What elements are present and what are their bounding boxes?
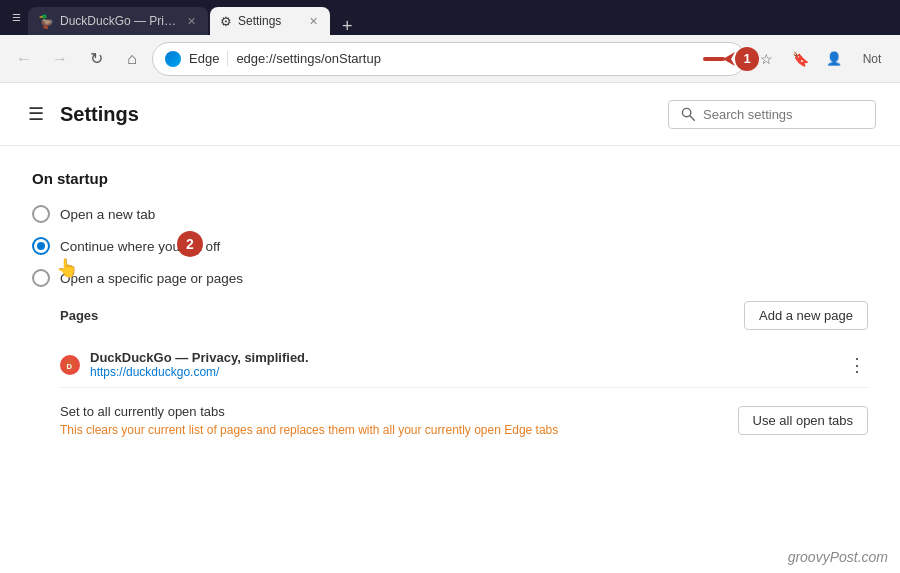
page-info: DuckDuckGo — Privacy, simplified. https:…: [90, 350, 838, 379]
on-startup-heading: On startup: [32, 170, 868, 187]
open-tabs-description: This clears your current list of pages a…: [60, 423, 738, 437]
profile-icon[interactable]: 👤: [818, 43, 850, 75]
title-bar: ☰ 🦆 DuckDuckGo — Privacy, simpli... ✕ ⚙ …: [0, 0, 900, 35]
back-icon: ←: [16, 50, 32, 68]
svg-point-2: [682, 108, 690, 116]
option-continue[interactable]: 👆 Continue where you left off 2: [32, 237, 868, 255]
tab-settings-label: Settings: [238, 14, 281, 28]
close-tab-duckduckgo[interactable]: ✕: [185, 15, 198, 28]
settings-header: ☰ Settings: [0, 83, 900, 146]
refresh-icon: ↻: [90, 49, 103, 68]
forward-icon: →: [52, 50, 68, 68]
page-name: DuckDuckGo — Privacy, simplified.: [90, 350, 838, 365]
navigation-bar: ← → ↻ ⌂ Edge edge://settings/onStartup 1…: [0, 35, 900, 83]
tab-area: 🦆 DuckDuckGo — Privacy, simpli... ✕ ⚙ Se…: [28, 0, 892, 35]
option-open-new-tab[interactable]: Open a new tab: [32, 205, 868, 223]
duckduckgo-favicon-icon: D: [60, 355, 80, 375]
annotation-2-container: 2: [177, 231, 203, 257]
forward-button[interactable]: →: [44, 43, 76, 75]
svg-text:D: D: [67, 361, 73, 370]
settings-title-area: ☰ Settings: [24, 99, 139, 129]
svg-line-3: [690, 116, 694, 120]
tab-settings[interactable]: ⚙ Settings ✕: [210, 7, 330, 35]
refresh-button[interactable]: ↻: [80, 43, 112, 75]
duckduckgo-favicon: 🦆: [38, 14, 54, 29]
close-tab-settings[interactable]: ✕: [307, 15, 320, 28]
page-url[interactable]: https://duckduckgo.com/: [90, 365, 838, 379]
duck-icon: D: [63, 358, 77, 372]
pages-header: Pages Add a new page: [60, 301, 868, 330]
badge-2: 2: [177, 231, 203, 257]
pages-section: Pages Add a new page D DuckDuckGo — Priv…: [32, 301, 868, 437]
option-specific-label: Open a specific page or pages: [60, 271, 243, 286]
settings-page: ☰ Settings On startup Open a new tab: [0, 83, 900, 573]
tab-duckduckgo[interactable]: 🦆 DuckDuckGo — Privacy, simpli... ✕: [28, 7, 208, 35]
annotation-1-container: 1: [703, 47, 759, 71]
settings-tab-icon: ⚙: [220, 14, 232, 29]
radio-continue[interactable]: 👆: [32, 237, 50, 255]
search-settings-box[interactable]: [668, 100, 876, 129]
search-settings-input[interactable]: [703, 107, 863, 122]
sidebar-toggle-btn[interactable]: ☰: [8, 10, 24, 26]
window-controls: ☰: [8, 10, 24, 26]
badge-1: 1: [735, 47, 759, 71]
open-tabs-left: Set to all currently open tabs This clea…: [60, 404, 738, 437]
open-tabs-section: Set to all currently open tabs This clea…: [60, 404, 868, 437]
new-tab-button[interactable]: +: [336, 17, 359, 35]
add-new-page-button[interactable]: Add a new page: [744, 301, 868, 330]
page-item-duckduckgo: D DuckDuckGo — Privacy, simplified. http…: [60, 342, 868, 388]
collections-icon[interactable]: 🔖: [784, 43, 816, 75]
radio-new-tab[interactable]: [32, 205, 50, 223]
use-all-open-tabs-button[interactable]: Use all open tabs: [738, 406, 868, 435]
settings-body: On startup Open a new tab 👆 Continue whe…: [0, 146, 900, 573]
home-button[interactable]: ⌂: [116, 43, 148, 75]
edge-logo-icon: [165, 51, 181, 67]
page-more-options-button[interactable]: ⋮: [848, 354, 868, 376]
tab-duckduckgo-label: DuckDuckGo — Privacy, simpli...: [60, 14, 179, 28]
not-icon[interactable]: Not: [852, 43, 892, 75]
page-title: Settings: [60, 103, 139, 126]
open-tabs-title: Set to all currently open tabs: [60, 404, 738, 419]
hamburger-menu-button[interactable]: ☰: [24, 99, 48, 129]
annotation-arrow-1: [703, 48, 735, 70]
home-icon: ⌂: [127, 50, 137, 68]
svg-rect-1: [703, 57, 725, 61]
edge-label: Edge: [189, 51, 228, 66]
address-bar[interactable]: Edge edge://settings/onStartup 1: [152, 42, 746, 76]
address-url[interactable]: edge://settings/onStartup: [236, 51, 733, 66]
pages-label: Pages: [60, 308, 98, 323]
option-new-tab-label: Open a new tab: [60, 207, 155, 222]
main-content: ☰ Settings On startup Open a new tab: [0, 83, 900, 573]
back-button[interactable]: ←: [8, 43, 40, 75]
radio-specific[interactable]: [32, 269, 50, 287]
search-icon: [681, 107, 695, 121]
option-specific-page[interactable]: Open a specific page or pages: [32, 269, 868, 287]
nav-right-buttons: ☆ 🔖 👤 Not: [750, 43, 892, 75]
